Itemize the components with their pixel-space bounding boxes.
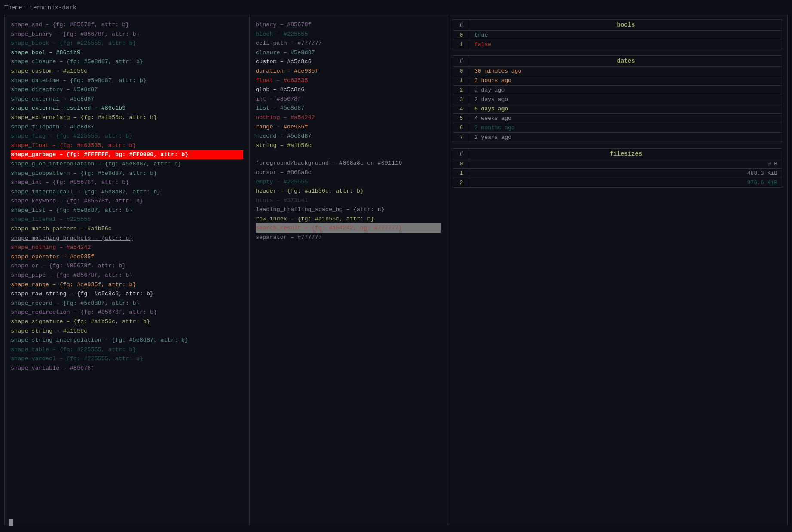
middle-panel-line: binary – #85678f <box>256 20 441 30</box>
table-row-index: 2 <box>453 86 470 95</box>
table-row-index: 0 <box>453 67 470 76</box>
table-row-index: 0 <box>453 31 470 40</box>
left-panel-line: shape_list – {fg: #5e8d87, attr: b} <box>11 206 243 215</box>
table-row-value: 2 days ago <box>470 95 782 104</box>
table-header: #bools <box>453 20 782 30</box>
left-panel-line: shape_external_resolved – #86c1b9 <box>11 104 243 113</box>
table-row: 2a day ago <box>453 85 782 95</box>
main-container: shape_and – {fg: #85678f, attr: b}shape_… <box>4 15 788 525</box>
middle-panel-line: cursor – #868a8c <box>256 168 441 177</box>
table-row-value: false <box>470 40 782 49</box>
left-panel-line: shape_and – {fg: #85678f, attr: b} <box>11 20 243 30</box>
data-table-container: #bools0true1false <box>453 19 782 49</box>
table-hash-header: # <box>453 20 470 30</box>
left-panel-line: shape_signature – {fg: #a1b56c, attr: b} <box>11 317 243 327</box>
left-panel-line: shape_float – {fg: #c63535, attr: b} <box>11 141 243 150</box>
table-row-index: 1 <box>453 169 470 178</box>
left-panel-line: shape_external – #5e8d87 <box>11 95 243 104</box>
table-row-index: 3 <box>453 95 470 104</box>
left-panel-line: shape_globpattern – {fg: #5e8d87, attr: … <box>11 169 243 178</box>
middle-panel-line: leading_trailing_space_bg – {attr: n} <box>256 205 441 214</box>
left-panel-line: shape_pipe – {fg: #85678f, attr: b} <box>11 271 243 280</box>
table-row: 030 minutes ago <box>453 66 782 76</box>
left-panel-line: shape_datetime – {fg: #5e8d87, attr: b} <box>11 76 243 86</box>
left-panel-line: shape_operator – #de935f <box>11 252 243 262</box>
table-title: dates <box>470 56 782 66</box>
middle-panel-line: separator – #777777 <box>256 233 441 242</box>
left-panel-line: shape_int – {fg: #85678f, attr: b} <box>11 178 243 187</box>
left-panel-line: shape_closure – {fg: #5e8d87, attr: b} <box>11 57 243 67</box>
middle-panel-line: int – #85678f <box>256 95 441 104</box>
right-panel: #bools0true1false#dates030 minutes ago13… <box>447 15 787 525</box>
table-row-index: 1 <box>453 40 470 49</box>
table-row: 0true <box>453 30 782 40</box>
table-row-value: true <box>470 31 782 40</box>
table-row-value: 30 minutes ago <box>470 67 782 76</box>
left-panel-line: shape_table – {fg: #225555, attr: b} <box>11 345 243 355</box>
table-row: 54 weeks ago <box>453 113 782 123</box>
table-row-index: 4 <box>453 104 470 113</box>
middle-panel-line: custom – #c5c8c6 <box>256 57 441 67</box>
table-row: 1488.3 KiB <box>453 168 782 178</box>
middle-panel: binary – #85678fblock – #225555cell-path… <box>250 15 447 525</box>
cursor <box>9 519 13 526</box>
left-panel-line: shape_block – {fg: #225555, attr: b} <box>11 39 243 48</box>
table-row-value: 5 days ago <box>470 104 782 113</box>
middle-panel-line: empty – #225555 <box>256 177 441 187</box>
theme-label: Theme: terminix-dark <box>4 4 788 11</box>
left-panel-line: shape_bool – #86c1b9 <box>11 48 243 58</box>
table-row-value: 2 years ago <box>470 133 782 142</box>
middle-panel-line: list – #5e8d87 <box>256 104 441 113</box>
table-header: #dates <box>453 56 782 66</box>
left-panel-line: shape_redirection – {fg: #85678f, attr: … <box>11 308 243 317</box>
table-row: 13 hours ago <box>453 76 782 85</box>
left-panel-line: shape_range – {fg: #de935f, attr: b} <box>11 280 243 290</box>
middle-panel-line: record – #5e8d87 <box>256 131 441 141</box>
middle-panel-line: row_index – {fg: #a1b56c, attr: b} <box>256 214 441 224</box>
middle-panel-line: string – #a1b56c <box>256 141 441 150</box>
table-row: 72 years ago <box>453 132 782 142</box>
left-panel-line: shape_keyword – {fg: #85678f, attr: b} <box>11 196 243 206</box>
table-row-value: 3 hours ago <box>470 76 782 85</box>
data-table-container: #dates030 minutes ago13 hours ago2a day … <box>453 55 782 142</box>
middle-panel-line: block – #225555 <box>256 30 441 39</box>
table-row: 32 days ago <box>453 95 782 104</box>
table-row-index: 6 <box>453 123 470 132</box>
middle-panel-line: range – #de935f <box>256 122 441 132</box>
table-header: #filesizes <box>453 149 782 159</box>
middle-panel-line: hints – #373b41 <box>256 196 441 205</box>
left-panel-line: shape_flag – {fg: #225555, attr: b} <box>11 131 243 141</box>
left-panel-line: shape_garbage – {fg: #FFFFFF, bg: #FF000… <box>11 150 243 159</box>
table-hash-header: # <box>453 56 470 66</box>
left-panel-line: shape_binary – {fg: #85678f, attr: b} <box>11 30 243 39</box>
left-panel-line: shape_nothing – #a54242 <box>11 243 243 252</box>
table-row-index: 5 <box>453 114 470 123</box>
table-row-value: 2 months ago <box>470 123 782 132</box>
left-panel-line: shape_string_interpolation – {fg: #5e8d8… <box>11 336 243 345</box>
table-row: 62 months ago <box>453 123 782 132</box>
middle-panel-line: foreground/background – #868a8c on #0911… <box>256 159 441 168</box>
left-panel-line: shape_matching_brackets – {attr: u} <box>11 234 243 243</box>
left-panel-line: shape_raw_string – {fg: #c5c8c6, attr: b… <box>11 289 243 299</box>
table-row: 2976.6 KiB <box>453 178 782 187</box>
left-panel-line: shape_externalarg – {fg: #a1b56c, attr: … <box>11 113 243 122</box>
table-row-index: 7 <box>453 133 470 142</box>
table-row: 1false <box>453 40 782 49</box>
left-panel-line: shape_directory – #5e8d87 <box>11 85 243 95</box>
table-row-value: 0 B <box>470 159 782 168</box>
middle-panel-line: header – {fg: #a1b56c, attr: b} <box>256 187 441 196</box>
middle-panel-line: cell-path – #777777 <box>256 39 441 48</box>
left-panel-line: shape_custom – #a1b56c <box>11 67 243 76</box>
table-title: bools <box>470 20 782 30</box>
middle-panel-line: nothing – #a54242 <box>256 113 441 122</box>
middle-panel-line: search_result – {fg: #a54242, bg: #77777… <box>256 223 441 233</box>
left-panel-line: shape_string – #a1b56c <box>11 327 243 336</box>
left-panel-line: shape_internalcall – {fg: #5e8d87, attr:… <box>11 187 243 197</box>
table-row-value: 488.3 KiB <box>470 169 782 178</box>
left-panel-line: shape_match_pattern – #a1b56c <box>11 224 243 234</box>
middle-panel-line: closure – #5e8d87 <box>256 48 441 58</box>
left-panel-line: shape_variable – #85678f <box>11 364 243 373</box>
table-row-index: 2 <box>453 178 470 187</box>
table-hash-header: # <box>453 149 470 159</box>
table-title: filesizes <box>470 149 782 159</box>
